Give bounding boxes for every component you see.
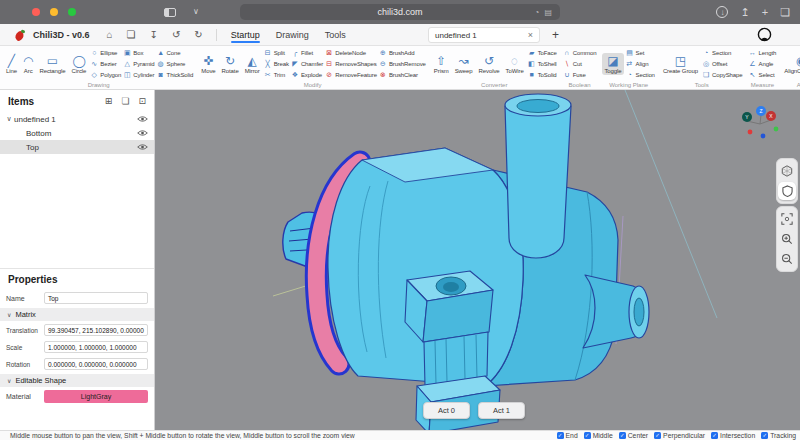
- tool-toface[interactable]: ▰ToFace: [528, 48, 557, 58]
- address-bar[interactable]: chili3d.com ◔▤: [240, 4, 560, 20]
- checkbox-checked-icon[interactable]: ✓: [557, 432, 564, 439]
- snap-intersection[interactable]: ✓Intersection: [711, 432, 755, 439]
- chevron-down-icon[interactable]: ∨: [4, 115, 14, 123]
- tool-copyshape[interactable]: ❏CopyShape: [702, 70, 742, 80]
- tool-cut[interactable]: ∖Cut: [563, 59, 597, 69]
- snap-middle[interactable]: ✓Middle: [584, 432, 613, 439]
- tool-sweep[interactable]: ↝Sweep: [453, 53, 475, 75]
- tool-chamfer[interactable]: ◤Chamfer: [291, 59, 323, 69]
- checkbox-checked-icon[interactable]: ✓: [584, 432, 591, 439]
- checkbox-checked-icon[interactable]: ✓: [654, 432, 661, 439]
- tool-section[interactable]: ◔Section: [702, 48, 742, 58]
- downloads-icon[interactable]: ↓: [716, 6, 728, 18]
- button-act-0[interactable]: Act 0: [423, 402, 470, 419]
- snap-end[interactable]: ✓End: [557, 432, 578, 439]
- expand-all-icon[interactable]: ⊡: [138, 96, 146, 106]
- shape-section-header[interactable]: ∨ Editable Shape: [0, 374, 154, 387]
- tool-length[interactable]: ↔Length: [749, 48, 777, 58]
- checkbox-checked-icon[interactable]: ✓: [711, 432, 718, 439]
- close-icon[interactable]: ×: [528, 30, 533, 40]
- visibility-eye-icon[interactable]: [137, 129, 148, 137]
- checkbox-checked-icon[interactable]: ✓: [619, 432, 626, 439]
- material-button[interactable]: LightGray: [44, 390, 148, 403]
- tree-item-undefined-1[interactable]: ∨undefined 1: [0, 112, 154, 126]
- tool-break[interactable]: ╳Break: [264, 59, 289, 69]
- new-document-button[interactable]: +: [552, 28, 559, 42]
- translation-field[interactable]: 99.390457, 215.102890, 0.00000: [44, 324, 148, 336]
- scale-field[interactable]: 1.000000, 1.000000, 1.000000: [44, 341, 148, 353]
- tool-towire[interactable]: ◌ToWire: [504, 53, 526, 75]
- tool-split[interactable]: ⊟Split: [264, 48, 289, 58]
- tool-arc[interactable]: ◠Arc: [21, 53, 35, 75]
- viewport-3d[interactable]: ZXY Act 0Act 1: [155, 90, 800, 430]
- tool-revolve[interactable]: ↺Revolve: [477, 53, 502, 75]
- tool-trim[interactable]: ✂Trim: [264, 70, 289, 80]
- visibility-eye-icon[interactable]: [137, 115, 148, 123]
- documents-icon[interactable]: ❏: [127, 30, 136, 40]
- tool-brushclear[interactable]: ⊗BrushClear: [379, 70, 426, 80]
- download-icon[interactable]: ↧: [150, 30, 158, 40]
- axis-gizmo[interactable]: ZXY: [738, 102, 784, 148]
- visibility-eye-icon[interactable]: [137, 143, 148, 151]
- new-folder-icon[interactable]: ⊞: [105, 96, 113, 106]
- tool-fillet[interactable]: ╭Fillet: [291, 48, 323, 58]
- tool-removefeature[interactable]: ⊘RemoveFeature: [325, 70, 377, 80]
- tool-deletenode[interactable]: ⊠DeleteNode: [325, 48, 377, 58]
- button-act-1[interactable]: Act 1: [478, 402, 525, 419]
- rotation-field[interactable]: 0.000000, 0.000000, 0.000000: [44, 358, 148, 370]
- tool-box[interactable]: ▣Box: [123, 48, 154, 58]
- window-controls[interactable]: [32, 8, 86, 16]
- tool-brushadd[interactable]: ⊕BrushAdd: [379, 48, 426, 58]
- tool-select[interactable]: ↖Select: [749, 70, 777, 80]
- view-mode-icon[interactable]: [778, 162, 796, 180]
- tool-section[interactable]: ◔Section: [626, 70, 655, 80]
- tool-angle[interactable]: ∠Angle: [749, 59, 777, 69]
- zoom-out-icon[interactable]: [778, 250, 796, 268]
- matrix-section-header[interactable]: ∨ Matrix: [0, 308, 154, 321]
- snap-perpendicular[interactable]: ✓Perpendicular: [654, 432, 705, 439]
- tool-prism[interactable]: ⇧Prism: [432, 53, 451, 75]
- home-icon[interactable]: ⌂: [107, 30, 113, 40]
- undo-icon[interactable]: ↺: [172, 30, 180, 40]
- chevron-down-icon[interactable]: ∨: [193, 8, 199, 16]
- tool-cylinder[interactable]: ◫Cylinder: [123, 70, 154, 80]
- redo-icon[interactable]: ↻: [194, 30, 202, 40]
- shield-select-icon[interactable]: [778, 182, 796, 200]
- tool-toggle[interactable]: ◪Toggle: [602, 53, 623, 75]
- tool-tosolid[interactable]: ■ToSolid: [528, 70, 557, 80]
- document-tab[interactable]: undefined 1 ×: [428, 27, 540, 43]
- tab-tools[interactable]: Tools: [317, 26, 354, 43]
- tree-item-top[interactable]: Top: [0, 140, 154, 154]
- tool-brushremove[interactable]: ⊖BrushRemove: [379, 59, 426, 69]
- tool-toshell[interactable]: ◧ToShell: [528, 59, 557, 69]
- tool-mirror[interactable]: ◭Mirror: [243, 53, 262, 75]
- tool-offset[interactable]: ◎Offset: [702, 59, 742, 69]
- name-field[interactable]: Top: [44, 292, 148, 304]
- zoom-in-icon[interactable]: [778, 230, 796, 248]
- fit-view-icon[interactable]: [778, 210, 796, 228]
- tab-drawing[interactable]: Drawing: [268, 26, 317, 43]
- tool-common[interactable]: ∩Common: [563, 48, 597, 58]
- snap-center[interactable]: ✓Center: [619, 432, 648, 439]
- sidebar-icon[interactable]: [164, 8, 176, 17]
- snap-tracking[interactable]: ✓Tracking: [761, 432, 796, 439]
- zoom-window-icon[interactable]: [68, 8, 76, 16]
- share-icon[interactable]: ↥: [740, 6, 749, 19]
- tab-overview-icon[interactable]: ❏: [780, 6, 790, 19]
- tool-aligncamera[interactable]: ◉AlignCamera: [782, 53, 800, 75]
- minimize-window-icon[interactable]: [50, 8, 58, 16]
- tool-set[interactable]: ▤Set: [626, 48, 655, 58]
- checkbox-checked-icon[interactable]: ✓: [761, 432, 768, 439]
- tool-bezier[interactable]: ∿Bezier: [90, 59, 121, 69]
- tool-line[interactable]: ╱Line: [4, 53, 19, 75]
- privacy-badge-icon[interactable]: ◔: [535, 8, 540, 17]
- tree-item-bottom[interactable]: Bottom: [0, 126, 154, 140]
- tool-thicksolid[interactable]: ◙ThickSolid: [157, 70, 194, 80]
- tool-explode[interactable]: ❖Explode: [291, 70, 323, 80]
- tool-ellipse[interactable]: ○Ellipse: [90, 48, 121, 58]
- tool-align[interactable]: ⇄Align: [626, 59, 655, 69]
- tool-cone[interactable]: ▲Cone: [157, 48, 194, 58]
- new-group-icon[interactable]: ❏: [121, 96, 129, 106]
- tool-rectangle[interactable]: ▭Rectangle: [37, 53, 67, 75]
- tool-pyramid[interactable]: △Pyramid: [123, 59, 154, 69]
